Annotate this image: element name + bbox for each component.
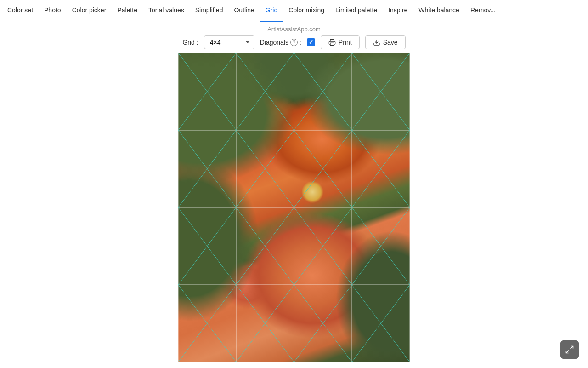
diagonals-text: Diagonals: [260, 39, 288, 46]
top-navigation: Color set Photo Color picker Palette Ton…: [0, 0, 588, 22]
save-label: Save: [383, 39, 398, 46]
nav-item-photo[interactable]: Photo: [39, 0, 67, 22]
grid-label: Grid :: [182, 39, 198, 46]
fullscreen-button[interactable]: [560, 340, 579, 359]
foliage-overlay: [178, 53, 410, 362]
nav-item-color-set[interactable]: Color set: [2, 0, 39, 22]
svg-line-41: [571, 346, 573, 349]
nav-item-color-mixing[interactable]: Color mixing: [283, 0, 330, 22]
save-button[interactable]: Save: [365, 35, 406, 49]
grid-image-container: [178, 53, 410, 362]
diagonals-checkbox[interactable]: [307, 38, 315, 46]
grid-size-select[interactable]: 4×4 2×2 3×3 5×5 6×6: [204, 35, 254, 49]
nav-item-grid[interactable]: Grid: [260, 0, 283, 22]
printer-icon: [328, 39, 336, 46]
nav-item-white-balance[interactable]: White balance: [413, 0, 465, 22]
svg-line-42: [566, 351, 569, 353]
watermark-text: ArtistAssistApp.com: [267, 26, 321, 33]
nav-item-color-picker[interactable]: Color picker: [67, 0, 112, 22]
nav-item-tonal-values[interactable]: Tonal values: [143, 0, 190, 22]
save-icon: [373, 39, 380, 46]
diagonals-help-icon[interactable]: ?: [290, 39, 298, 46]
diagonals-group: Diagonals ? :: [260, 39, 301, 46]
nav-item-palette[interactable]: Palette: [112, 0, 143, 22]
nav-item-simplified[interactable]: Simplified: [190, 0, 229, 22]
grid-toolbar: Grid : 4×4 2×2 3×3 5×5 6×6 Diagonals ? :…: [182, 35, 405, 49]
print-label: Print: [339, 39, 352, 46]
nav-more-button[interactable]: ···: [501, 0, 515, 22]
main-content: ArtistAssistApp.com Grid : 4×4 2×2 3×3 5…: [0, 22, 588, 362]
diagonals-colon: :: [300, 39, 301, 46]
nav-item-outline[interactable]: Outline: [228, 0, 260, 22]
fullscreen-icon: [565, 345, 574, 354]
svg-rect-0: [330, 43, 334, 45]
nav-item-inspire[interactable]: Inspire: [383, 0, 413, 22]
nav-item-limited-palette[interactable]: Limited palette: [330, 0, 383, 22]
nav-item-remove[interactable]: Remov...: [465, 0, 501, 22]
print-button[interactable]: Print: [321, 35, 360, 49]
